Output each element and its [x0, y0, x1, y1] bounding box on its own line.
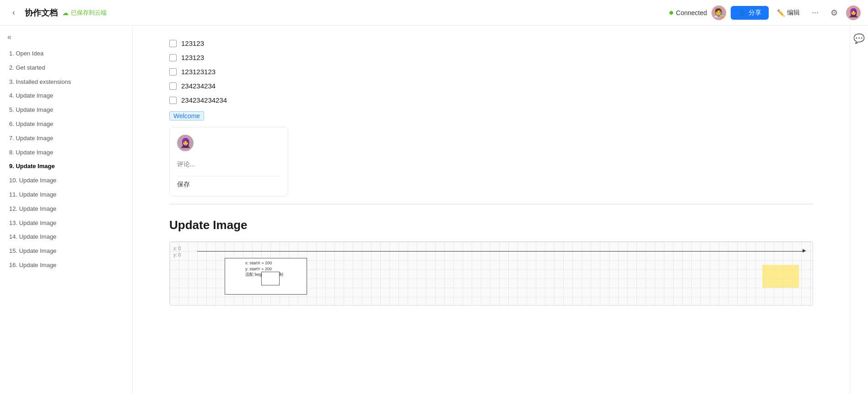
connected-dot: [669, 11, 673, 15]
sidebar-item-7[interactable]: 7. Update Image: [0, 131, 132, 146]
sidebar: « 1. Open Idea 2. Get started 3. Install…: [0, 26, 133, 394]
diagram-coord-label: x: 0 y: 0: [173, 246, 181, 258]
comment-avatar: 🧕: [177, 135, 194, 151]
checkbox-item-4: 234234234: [169, 82, 813, 90]
checkbox-item-3: 123123123: [169, 68, 813, 76]
sidebar-item-11[interactable]: 11. Update Image: [0, 188, 132, 202]
connected-badge: Connected: [669, 9, 707, 16]
save-status: ☁ 已保存到云端: [62, 9, 107, 17]
sidebar-item-5[interactable]: 5. Update Image: [0, 103, 132, 117]
share-label: 分享: [749, 9, 761, 17]
sidebar-item-3[interactable]: 3. Installed exstensions: [0, 75, 132, 89]
doc-title: 协作文档: [25, 7, 58, 18]
avatar-user2[interactable]: 🧕: [846, 5, 861, 20]
main-layout: « 1. Open Idea 2. Get started 3. Install…: [0, 26, 868, 394]
share-icon: 👤: [738, 9, 746, 16]
checkbox-item-2: 123123: [169, 54, 813, 61]
right-panel: 💬: [850, 26, 868, 394]
section-heading: Update Image: [169, 218, 813, 232]
checkbox-label-2: 123123: [181, 54, 204, 61]
back-button[interactable]: ‹: [7, 6, 20, 19]
avatar-user1[interactable]: 🧑‍🎨: [712, 5, 726, 20]
comment-divider: [177, 176, 280, 176]
header: ‹ 协作文档 ☁ 已保存到云端 Connected 🧑‍🎨 👤 分享 ✏️ 编辑…: [0, 0, 868, 26]
sidebar-collapse-button[interactable]: «: [7, 33, 11, 41]
checkbox-label-1: 123123: [181, 39, 204, 47]
checkbox-1[interactable]: [169, 40, 177, 47]
section-divider: [169, 204, 813, 204]
checkbox-4[interactable]: [169, 82, 177, 90]
settings-button[interactable]: ⚙: [827, 6, 841, 20]
sidebar-item-10[interactable]: 10. Update Image: [0, 174, 132, 188]
save-status-text: 已保存到云端: [71, 9, 107, 17]
edit-label: 编辑: [787, 9, 800, 17]
sidebar-item-4[interactable]: 4. Update Image: [0, 89, 132, 103]
checkbox-2[interactable]: [169, 54, 177, 61]
sidebar-item-8[interactable]: 8. Update Image: [0, 146, 132, 160]
cloud-icon: ☁: [62, 9, 69, 16]
edit-icon: ✏️: [777, 9, 785, 16]
sidebar-item-14[interactable]: 14. Update Image: [0, 230, 132, 244]
sidebar-header: «: [0, 33, 132, 47]
sidebar-item-15[interactable]: 15. Update Image: [0, 244, 132, 258]
sidebar-item-16[interactable]: 16. Update Image: [0, 258, 132, 273]
checkbox-item-1: 123123: [169, 39, 813, 47]
chat-button[interactable]: 💬: [853, 33, 865, 44]
content-area: 123123 123123 123123123 234234234 234234…: [133, 26, 850, 394]
diagram-arrow: [197, 251, 803, 252]
sidebar-item-13[interactable]: 13. Update Image: [0, 216, 132, 230]
checkbox-item-5: 234234234234: [169, 96, 813, 104]
diagram-area: x: 0 y: 0 x: startX = 200 y: startY = 20…: [169, 241, 813, 306]
comment-input[interactable]: [177, 157, 280, 171]
share-button[interactable]: 👤 分享: [731, 6, 769, 20]
edit-button[interactable]: ✏️ 编辑: [773, 7, 803, 19]
checkbox-list: 123123 123123 123123123 234234234 234234…: [169, 39, 813, 104]
checkbox-label-5: 234234234234: [181, 96, 227, 104]
welcome-label: Welcome: [169, 111, 204, 120]
diagram-yellow-block: [762, 265, 799, 288]
header-right: Connected 🧑‍🎨 👤 分享 ✏️ 编辑 ··· ⚙ 🧕: [669, 5, 861, 20]
diagram-small-box: [261, 272, 280, 285]
checkbox-5[interactable]: [169, 97, 177, 104]
sidebar-item-1[interactable]: 1. Open Idea: [0, 47, 132, 61]
sidebar-item-9[interactable]: 9. Update Image: [0, 159, 132, 174]
sidebar-item-12[interactable]: 12. Update Image: [0, 202, 132, 216]
checkbox-label-3: 123123123: [181, 68, 216, 76]
checkbox-3[interactable]: [169, 68, 177, 76]
comment-card: 🧕 保存: [169, 127, 288, 197]
more-button[interactable]: ···: [808, 6, 822, 19]
sidebar-item-6[interactable]: 6. Update Image: [0, 117, 132, 131]
header-left: ‹ 协作文档 ☁ 已保存到云端: [7, 6, 664, 19]
checkbox-label-4: 234234234: [181, 82, 216, 90]
save-comment-button[interactable]: 保存: [177, 181, 190, 189]
sidebar-item-2[interactable]: 2. Get started: [0, 61, 132, 75]
connected-text: Connected: [676, 9, 707, 16]
